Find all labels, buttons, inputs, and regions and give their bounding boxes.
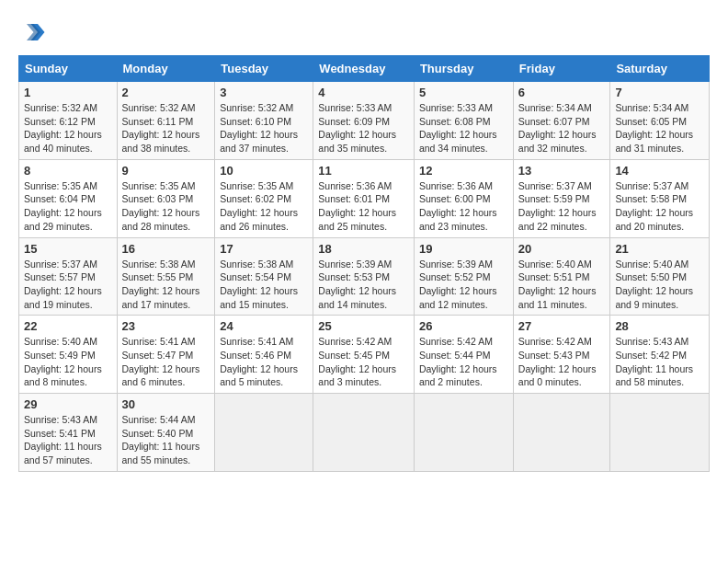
calendar-cell: 1Sunrise: 5:32 AMSunset: 6:12 PMDaylight… (19, 82, 118, 160)
day-number: 1 (24, 86, 112, 99)
day-number: 5 (419, 86, 508, 99)
day-info: Sunrise: 5:38 AMSunset: 5:55 PMDaylight:… (122, 258, 210, 312)
calendar-cell: 20Sunrise: 5:40 AMSunset: 5:51 PMDayligh… (513, 237, 610, 316)
day-header-monday: Monday (117, 56, 215, 82)
day-number: 30 (122, 397, 210, 411)
calendar-cell: 22Sunrise: 5:40 AMSunset: 5:49 PMDayligh… (19, 316, 118, 394)
day-number: 10 (220, 164, 308, 178)
day-info: Sunrise: 5:41 AMSunset: 5:47 PMDaylight:… (122, 335, 210, 389)
day-info: Sunrise: 5:37 AMSunset: 5:59 PMDaylight:… (518, 179, 606, 234)
calendar-cell: 12Sunrise: 5:36 AMSunset: 6:00 PMDayligh… (414, 159, 513, 237)
day-number: 7 (615, 86, 704, 99)
day-number: 28 (615, 319, 704, 333)
day-number: 3 (220, 86, 308, 99)
day-number: 2 (122, 86, 210, 99)
calendar-cell: 29Sunrise: 5:43 AMSunset: 5:41 PMDayligh… (19, 394, 118, 472)
day-info: Sunrise: 5:44 AMSunset: 5:40 PMDaylight:… (122, 413, 210, 467)
calendar-week-row: 1Sunrise: 5:32 AMSunset: 6:12 PMDaylight… (19, 82, 710, 160)
day-number: 22 (24, 319, 112, 333)
calendar-table: SundayMondayTuesdayWednesdayThursdayFrid… (18, 55, 710, 472)
day-info: Sunrise: 5:32 AMSunset: 6:12 PMDaylight:… (24, 101, 112, 155)
calendar-cell: 27Sunrise: 5:42 AMSunset: 5:43 PMDayligh… (513, 316, 610, 394)
calendar-cell: 25Sunrise: 5:42 AMSunset: 5:45 PMDayligh… (313, 316, 415, 394)
calendar-cell: 23Sunrise: 5:41 AMSunset: 5:47 PMDayligh… (117, 316, 215, 394)
calendar-cell: 17Sunrise: 5:38 AMSunset: 5:54 PMDayligh… (215, 237, 313, 316)
calendar-week-row: 15Sunrise: 5:37 AMSunset: 5:57 PMDayligh… (19, 237, 710, 316)
calendar-cell: 6Sunrise: 5:34 AMSunset: 6:07 PMDaylight… (513, 82, 610, 160)
day-number: 25 (318, 319, 409, 333)
calendar-cell: 16Sunrise: 5:38 AMSunset: 5:55 PMDayligh… (117, 237, 215, 316)
day-number: 15 (24, 242, 112, 256)
day-number: 14 (615, 164, 704, 178)
day-number: 12 (419, 164, 508, 178)
day-info: Sunrise: 5:42 AMSunset: 5:44 PMDaylight:… (419, 335, 508, 389)
logo-icon (18, 18, 46, 46)
day-number: 16 (122, 242, 210, 256)
day-info: Sunrise: 5:32 AMSunset: 6:11 PMDaylight:… (122, 101, 210, 155)
day-info: Sunrise: 5:39 AMSunset: 5:52 PMDaylight:… (419, 258, 508, 312)
day-number: 23 (122, 319, 210, 333)
calendar-week-row: 22Sunrise: 5:40 AMSunset: 5:49 PMDayligh… (19, 316, 710, 394)
calendar-cell: 2Sunrise: 5:32 AMSunset: 6:11 PMDaylight… (117, 82, 215, 160)
calendar-cell: 28Sunrise: 5:43 AMSunset: 5:42 PMDayligh… (610, 316, 710, 394)
day-number: 13 (518, 164, 606, 178)
day-info: Sunrise: 5:40 AMSunset: 5:49 PMDaylight:… (24, 335, 112, 389)
calendar-cell: 4Sunrise: 5:33 AMSunset: 6:09 PMDaylight… (313, 82, 415, 160)
calendar-cell: 5Sunrise: 5:33 AMSunset: 6:08 PMDaylight… (414, 82, 513, 160)
day-number: 24 (220, 319, 308, 333)
day-number: 20 (518, 242, 606, 256)
calendar-cell: 21Sunrise: 5:40 AMSunset: 5:50 PMDayligh… (610, 237, 710, 316)
day-number: 9 (122, 164, 210, 178)
calendar-cell (414, 394, 513, 472)
day-number: 21 (615, 242, 704, 256)
calendar-week-row: 8Sunrise: 5:35 AMSunset: 6:04 PMDaylight… (19, 159, 710, 237)
day-info: Sunrise: 5:35 AMSunset: 6:03 PMDaylight:… (122, 179, 210, 234)
day-header-thursday: Thursday (414, 56, 513, 82)
day-info: Sunrise: 5:35 AMSunset: 6:04 PMDaylight:… (24, 179, 112, 234)
day-info: Sunrise: 5:33 AMSunset: 6:09 PMDaylight:… (318, 101, 409, 155)
day-number: 19 (419, 242, 508, 256)
day-header-sunday: Sunday (19, 56, 118, 82)
page-header (18, 18, 710, 46)
calendar-cell: 14Sunrise: 5:37 AMSunset: 5:58 PMDayligh… (610, 159, 710, 237)
calendar-cell: 9Sunrise: 5:35 AMSunset: 6:03 PMDaylight… (117, 159, 215, 237)
calendar-cell (215, 394, 313, 472)
day-number: 17 (220, 242, 308, 256)
day-info: Sunrise: 5:38 AMSunset: 5:54 PMDaylight:… (220, 258, 308, 312)
day-header-friday: Friday (513, 56, 610, 82)
day-info: Sunrise: 5:37 AMSunset: 5:58 PMDaylight:… (615, 179, 704, 234)
calendar-week-row: 29Sunrise: 5:43 AMSunset: 5:41 PMDayligh… (19, 394, 710, 472)
calendar-cell: 13Sunrise: 5:37 AMSunset: 5:59 PMDayligh… (513, 159, 610, 237)
day-number: 8 (24, 164, 112, 178)
calendar-cell: 8Sunrise: 5:35 AMSunset: 6:04 PMDaylight… (19, 159, 118, 237)
day-info: Sunrise: 5:33 AMSunset: 6:08 PMDaylight:… (419, 101, 508, 155)
day-info: Sunrise: 5:34 AMSunset: 6:05 PMDaylight:… (615, 101, 704, 155)
day-number: 18 (318, 242, 409, 256)
day-info: Sunrise: 5:42 AMSunset: 5:45 PMDaylight:… (318, 335, 409, 389)
day-info: Sunrise: 5:36 AMSunset: 6:00 PMDaylight:… (419, 179, 508, 234)
day-info: Sunrise: 5:43 AMSunset: 5:41 PMDaylight:… (24, 413, 112, 467)
calendar-cell: 30Sunrise: 5:44 AMSunset: 5:40 PMDayligh… (117, 394, 215, 472)
calendar-cell: 10Sunrise: 5:35 AMSunset: 6:02 PMDayligh… (215, 159, 313, 237)
day-number: 26 (419, 319, 508, 333)
calendar-cell (513, 394, 610, 472)
calendar-header-row: SundayMondayTuesdayWednesdayThursdayFrid… (19, 56, 710, 82)
logo (18, 18, 50, 46)
calendar-cell: 11Sunrise: 5:36 AMSunset: 6:01 PMDayligh… (313, 159, 415, 237)
day-info: Sunrise: 5:36 AMSunset: 6:01 PMDaylight:… (318, 179, 409, 234)
day-info: Sunrise: 5:37 AMSunset: 5:57 PMDaylight:… (24, 258, 112, 312)
calendar-cell (313, 394, 415, 472)
calendar-cell: 15Sunrise: 5:37 AMSunset: 5:57 PMDayligh… (19, 237, 118, 316)
day-info: Sunrise: 5:35 AMSunset: 6:02 PMDaylight:… (220, 179, 308, 234)
day-info: Sunrise: 5:41 AMSunset: 5:46 PMDaylight:… (220, 335, 308, 389)
day-number: 4 (318, 86, 409, 99)
calendar-cell: 3Sunrise: 5:32 AMSunset: 6:10 PMDaylight… (215, 82, 313, 160)
day-number: 29 (24, 397, 112, 411)
day-info: Sunrise: 5:42 AMSunset: 5:43 PMDaylight:… (518, 335, 606, 389)
calendar-cell: 18Sunrise: 5:39 AMSunset: 5:53 PMDayligh… (313, 237, 415, 316)
day-info: Sunrise: 5:40 AMSunset: 5:50 PMDaylight:… (615, 258, 704, 312)
day-info: Sunrise: 5:39 AMSunset: 5:53 PMDaylight:… (318, 258, 409, 312)
day-number: 6 (518, 86, 606, 99)
calendar-cell (610, 394, 710, 472)
calendar-cell: 24Sunrise: 5:41 AMSunset: 5:46 PMDayligh… (215, 316, 313, 394)
